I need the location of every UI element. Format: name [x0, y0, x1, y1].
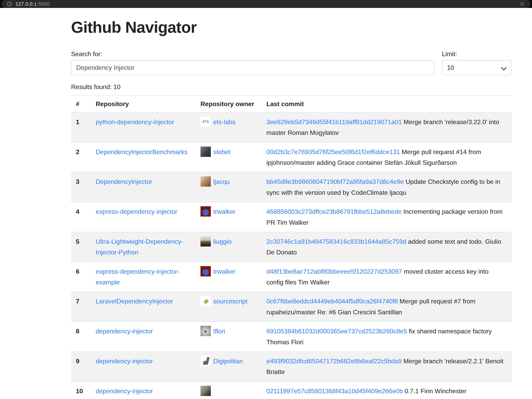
search-field-group: Search for:	[71, 50, 435, 75]
row-number: 4	[71, 202, 91, 232]
table-row: 4 express-dependency-injector trwalker 4…	[71, 202, 512, 232]
repo-link[interactable]: python-dependency-injector	[96, 118, 174, 126]
table-row: 3 DependencyInjector ljacqu bb45d9e3b986…	[71, 172, 512, 202]
repo-link[interactable]: dependency-injector	[96, 328, 153, 335]
bookmark-star-icon[interactable]: ☆	[519, 1, 525, 7]
header-last-commit: Last commit	[262, 96, 512, 112]
owner-link[interactable]: ets-labs	[213, 118, 235, 126]
limit-field-group: Limit: 10	[442, 50, 512, 75]
owner-link[interactable]: trwalker	[213, 208, 235, 215]
commit-hash-link[interactable]: 00d2b3c7e76935d76f25ee50f6d1f2ef6ddce131	[266, 148, 400, 155]
owner-avatar: ◆	[201, 296, 211, 306]
table-row: 1 python-dependency-injector ETSets-labs…	[71, 112, 512, 142]
table-row: 2 DependencyInjectorBenchmarks stebet 00…	[71, 142, 512, 172]
header-num: #	[71, 96, 91, 112]
search-input[interactable]	[71, 60, 435, 75]
repo-link[interactable]: express-dependency-injector-example	[96, 268, 179, 286]
page-title: Github Navigator	[71, 18, 512, 37]
site-info-icon[interactable]: i	[7, 2, 12, 6]
search-controls: Search for: Limit: 10	[71, 50, 512, 75]
owner-avatar	[201, 236, 211, 246]
owner-avatar	[201, 266, 211, 276]
header-repository-owner: Repository owner	[196, 96, 262, 112]
row-number: 8	[71, 322, 91, 352]
repo-link[interactable]: Ultra-Lightweight-Dependency-Injector-Py…	[96, 238, 183, 256]
results-summary: Results found: 10	[71, 81, 512, 92]
limit-selected-value: 10	[447, 64, 454, 71]
table-row: 8 dependency-injector tflori 69105384b61…	[71, 322, 512, 352]
row-number: 9	[71, 352, 91, 381]
commit-hash-link[interactable]: bb45d9e3b98608047190bf72a95fa9a37d8c4e9e	[266, 178, 404, 185]
results-table: # Repository Repository owner Last commi…	[71, 95, 512, 399]
owner-link[interactable]: FinnWinchester	[201, 398, 245, 399]
table-header-row: # Repository Repository owner Last commi…	[71, 96, 512, 112]
owner-avatar	[201, 176, 211, 187]
repo-link[interactable]: DependencyInjector	[96, 178, 152, 185]
commit-hash-link[interactable]: 69105384b61032d000365ee737cd2523b260c8e5	[266, 328, 407, 335]
repo-link[interactable]: dependency-injector	[96, 357, 153, 365]
owner-link[interactable]: sourcescript	[213, 298, 247, 305]
row-number: 5	[71, 232, 91, 262]
commit-hash-link[interactable]: 0c67f6be8eddcd4449eb4044f5df0ca26f4740f8	[266, 298, 398, 305]
owner-link[interactable]: trwalker	[213, 268, 235, 275]
limit-select[interactable]: 10	[442, 60, 512, 75]
owner-link[interactable]: ljacqu	[213, 178, 230, 185]
commit-hash-link[interactable]: 2c30746c1a91b4947583416c833b1644a85c759d	[266, 238, 406, 245]
owner-avatar	[201, 147, 211, 157]
commit-hash-link[interactable]: 3ee629eb5d7349d55f41b119aff81dd219071a01	[266, 118, 402, 126]
app-root: i 127.0.0.1:5000 ☆ Github Navigator Sear…	[0, 0, 532, 399]
repo-link[interactable]: express-dependency-injector	[96, 208, 177, 215]
row-number: 2	[71, 142, 91, 172]
row-number: 7	[71, 292, 91, 322]
commit-hash-link[interactable]: 02111997e57c85801368f43a10d45f409e266e0b	[266, 387, 403, 395]
owner-avatar	[201, 326, 211, 336]
row-number: 1	[71, 112, 91, 142]
owner-avatar: ▟	[201, 356, 211, 366]
avatar-glyph: ETS	[201, 117, 211, 127]
owner-link[interactable]: stebet	[213, 148, 230, 155]
browser-address-bar: i 127.0.0.1:5000 ☆	[0, 0, 532, 8]
repo-link[interactable]: DependencyInjectorBenchmarks	[96, 148, 187, 155]
table-row: 7 LaravelDependencyInjector ◆sourcescrip…	[71, 292, 512, 322]
row-number: 10	[71, 381, 91, 399]
owner-link[interactable]: liuggio	[213, 238, 232, 245]
repo-link[interactable]: dependency-injector	[96, 387, 153, 395]
avatar-glyph: ◆	[201, 296, 211, 306]
table-row: 5 Ultra-Lightweight-Dependency-Injector-…	[71, 232, 512, 262]
limit-label: Limit:	[442, 50, 512, 58]
page-content: Github Navigator Search for: Limit: 10 R…	[0, 8, 512, 399]
url-text: 127.0.0.1:5000	[15, 1, 50, 7]
table-row: 10 dependency-injector FinnWinchester 02…	[71, 381, 512, 399]
owner-avatar	[201, 206, 211, 216]
row-number: 3	[71, 172, 91, 202]
owner-link[interactable]: Digipolitan	[213, 357, 243, 365]
table-row: 6 express-dependency-injector-example tr…	[71, 262, 512, 292]
owner-link[interactable]: tflori	[213, 328, 225, 335]
url-host: 127.0.0.1	[15, 1, 37, 7]
url-bar[interactable]: i 127.0.0.1:5000 ☆	[2, 0, 530, 8]
commit-hash-link[interactable]: d48f13be8ac712abf80bbeeee5f120227d253097	[266, 268, 402, 275]
header-repository: Repository	[91, 96, 196, 112]
search-label: Search for:	[71, 50, 435, 58]
commit-message: 0.7.1 Finn Winchester	[405, 387, 466, 395]
commit-hash-link[interactable]: e493f9032dfcd65047172b682e8b6eaf22c5bda9	[266, 357, 402, 365]
row-number: 6	[71, 262, 91, 292]
url-port: :5000	[37, 1, 50, 7]
commit-hash-link[interactable]: 468856003c273dffce23b86791fbbe512a8ebede	[266, 208, 402, 215]
owner-avatar	[201, 386, 211, 396]
owner-avatar: ETS	[201, 117, 211, 127]
avatar-glyph: ▟	[201, 356, 211, 366]
table-row: 9 dependency-injector ▟Digipolitan e493f…	[71, 352, 512, 381]
repo-link[interactable]: LaravelDependencyInjector	[96, 298, 173, 305]
